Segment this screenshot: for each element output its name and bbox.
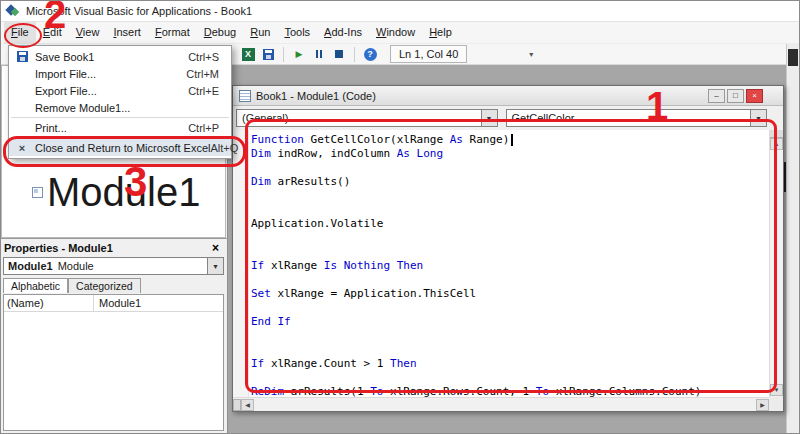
minimize-button[interactable]: – [708,89,725,103]
help-icon: ? [364,48,377,61]
code-line: End If [251,315,767,329]
code-combo-row: (General) ▼ GetCellColor ▼ [233,106,783,130]
menu-format[interactable]: Format [148,22,197,44]
run-icon: ▶ [296,49,303,59]
object-type: Module [58,260,94,272]
menu-edit[interactable]: Edit [36,22,69,44]
menu-run[interactable]: Run [243,22,277,44]
line-col-indicator: Ln 1, Col 40 [390,45,467,63]
menu-item-export[interactable]: Export File... Ctrl+E [9,82,231,99]
menu-addins[interactable]: Add-Ins [317,22,369,44]
window-controls: – □ × [708,89,763,103]
code-window-title: Book1 - Module1 (Code) [256,90,376,102]
save-button[interactable] [258,45,278,63]
code-text[interactable]: Function GetCellColor(xlRange As Range)D… [251,133,767,397]
toolbar-divider [283,47,284,62]
code-line [251,329,767,343]
menu-bar: File Edit View Insert Format Debug Run T… [0,22,800,44]
menu-tools[interactable]: Tools [277,22,317,44]
menu-item-label: Export File... [35,85,188,97]
run-button[interactable]: ▶ [289,45,309,63]
menu-item-remove-module[interactable]: Remove Module1... [9,99,231,116]
properties-window: Properties - Module1 × Module1 Module ▼ … [0,238,228,434]
code-line: Application.Volatile [251,217,767,231]
view-excel-button[interactable]: X [238,45,258,63]
break-button[interactable] [309,45,329,63]
menu-view[interactable]: View [69,22,107,44]
menu-separator [11,117,229,118]
toolbar-divider [354,47,355,62]
menu-debug[interactable]: Debug [197,22,243,44]
menu-item-shortcut: Ctrl+S [188,51,231,63]
property-value-cell[interactable]: Module1 [94,297,141,309]
code-line: Dim indRow, indColumn As Long [251,147,767,161]
text-caret [511,134,513,146]
code-document-icon [239,90,251,102]
scrollbar-thumb[interactable] [788,49,798,66]
menu-file[interactable]: File [4,22,36,44]
maximize-button[interactable]: □ [727,89,744,103]
procedure-dropdown[interactable]: GetCellColor ▼ [506,109,768,127]
menu-item-label: Import File... [35,68,186,80]
code-line [251,203,767,217]
procedure-dropdown-value: GetCellColor [512,112,575,124]
menu-item-save[interactable]: Save Book1 Ctrl+S [9,48,231,65]
scroll-down-icon[interactable]: ▼ [770,384,783,396]
file-menu-dropdown: Save Book1 Ctrl+S Import File... Ctrl+M … [8,45,232,159]
menu-item-import[interactable]: Import File... Ctrl+M [9,65,231,82]
toolbar-overflow-chevron[interactable]: ▾ [529,50,533,59]
menu-item-label: Close and Return to Microsoft Excel [35,142,210,154]
menu-item-shortcut: Ctrl+E [188,85,231,97]
scroll-left-icon[interactable]: ◀ [241,399,254,411]
properties-titlebar: Properties - Module1 × [0,239,227,256]
menu-item-shortcut: Ctrl+M [186,68,231,80]
code-line [251,245,767,259]
vba-app-icon [6,4,20,17]
vertical-scrollbar[interactable]: ▲ ▼ [769,130,783,397]
code-line: If xlRange Is Nothing Then [251,259,767,273]
horizontal-scrollbar[interactable]: ◀ ▶ [233,397,769,411]
break-icon [316,50,318,58]
code-editor[interactable]: Function GetCellColor(xlRange As Range)D… [233,130,783,411]
main-vertical-scrollbar[interactable] [786,44,799,433]
scroll-up-icon[interactable]: ▲ [770,138,783,150]
menu-insert[interactable]: Insert [106,22,148,44]
chevron-down-icon[interactable]: ▼ [750,110,766,126]
menu-item-print[interactable]: Print... Ctrl+P [9,119,231,136]
help-button[interactable]: ? [360,45,380,63]
tab-categorized[interactable]: Categorized [68,278,141,293]
code-line [251,273,767,287]
code-window-titlebar[interactable]: Book1 - Module1 (Code) – □ × [233,86,783,106]
menu-item-close-and-return[interactable]: × Close and Return to Microsoft Excel Al… [9,139,231,156]
module-icon [32,187,43,198]
code-line: If xlRange.Count > 1 Then [251,357,767,371]
menu-item-label: Save Book1 [35,51,188,63]
save-icon [263,49,274,60]
code-line: Set xlRange = Application.ThisCell [251,287,767,301]
code-line [251,231,767,245]
chevron-down-icon[interactable]: ▼ [207,258,223,274]
tree-node-module1[interactable]: Module1 [32,170,200,215]
reset-icon [335,50,343,58]
close-icon[interactable]: × [208,240,223,255]
code-line: Dim arResults() [251,175,767,189]
tab-alphabetic[interactable]: Alphabetic [3,278,68,293]
property-row-name[interactable]: (Name) Module1 [4,295,223,312]
code-line: ReDim arResults(1 To xlRange.Rows.Count,… [251,385,767,397]
close-button[interactable]: × [746,89,763,103]
split-handle[interactable] [233,399,241,411]
code-window: Book1 - Module1 (Code) – □ × (General) ▼… [232,85,784,412]
menu-window[interactable]: Window [369,22,422,44]
code-line [251,371,767,385]
object-selector-dropdown[interactable]: Module1 Module ▼ [3,257,224,275]
reset-button[interactable] [329,45,349,63]
menu-help[interactable]: Help [422,22,459,44]
save-icon [17,51,28,62]
object-name: Module1 [8,260,53,272]
scroll-right-icon[interactable]: ▶ [756,399,769,411]
split-handle[interactable] [770,130,783,138]
property-name-cell: (Name) [4,295,94,311]
chevron-down-icon[interactable]: ▼ [481,110,497,126]
menu-separator [11,137,229,138]
object-dropdown[interactable]: (General) ▼ [236,109,498,127]
